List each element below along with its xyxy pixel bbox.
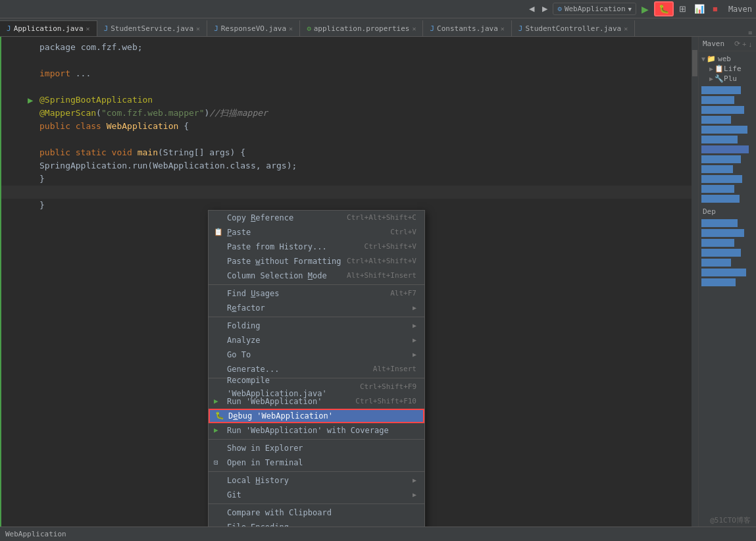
separator <box>209 471 424 472</box>
editor-line <box>0 133 698 146</box>
close-tab-icon[interactable]: ✕ <box>196 25 200 32</box>
maven-deps-list: Dep <box>699 84 756 289</box>
code-editor[interactable]: package com.fzf.web; import ... <box>0 37 698 527</box>
run-config-label: WebApplication <box>565 5 626 13</box>
stop-button[interactable]: ■ <box>710 3 720 15</box>
back-button[interactable]: ◀ <box>526 3 537 14</box>
menu-local-history[interactable]: Local History ▶ <box>209 473 424 488</box>
tab-student-service[interactable]: J StudentService.java ✕ <box>97 20 208 36</box>
menu-paste[interactable]: 📋 Paste Ctrl+V <box>209 225 424 240</box>
menu-copy-reference[interactable]: Copy Reference Ctrl+Alt+Shift+C <box>209 211 424 225</box>
bar-fill <box>701 126 747 134</box>
submenu-arrow: ▶ <box>413 319 416 332</box>
bar-fill <box>701 249 741 257</box>
status-text: WebApplication <box>5 530 66 538</box>
bar-fill <box>701 195 740 203</box>
menu-paste-no-format[interactable]: Paste without Formatting Ctrl+Alt+Shift+… <box>209 254 424 269</box>
close-tab-icon[interactable]: ✕ <box>289 25 293 32</box>
menu-folding[interactable]: Folding ▶ <box>209 319 424 333</box>
maven-refresh-button[interactable]: ⟳ <box>734 39 740 48</box>
bar-item <box>701 116 753 124</box>
menu-paste-history[interactable]: Paste from History... Ctrl+Shift+V <box>209 240 424 254</box>
maven-tree: ▼ 📁 web ▶ 📋 Life ▶ 🔧 Plu <box>699 51 756 527</box>
menu-compare-clipboard[interactable]: Compare with Clipboard <box>209 505 424 520</box>
maven-download-button[interactable]: ↓ <box>749 39 753 48</box>
run-button[interactable]: ▶ <box>639 3 651 16</box>
tab-application-java[interactable]: J Application.java ✕ <box>0 20 97 36</box>
dep-label: Dep <box>701 205 753 217</box>
menu-debug[interactable]: 🐛 Debug 'WebApplication' <box>209 409 424 423</box>
editor-line: @MapperScan("com.fzf.web.mapper")//扫描map… <box>0 107 698 120</box>
run-config-icon: ⚙ <box>557 5 562 13</box>
menu-recompile[interactable]: Recompile 'WebApplication.java' Ctrl+Shi… <box>209 380 424 394</box>
submenu-arrow: ▶ <box>413 348 416 361</box>
bar-item <box>701 269 753 276</box>
menu-goto[interactable]: Go To ▶ <box>209 348 424 362</box>
bar-item-active <box>701 145 753 153</box>
java-file-icon: J <box>104 24 109 33</box>
menu-run[interactable]: ▶ Run 'WebApplication' Ctrl+Shift+F10 <box>209 394 424 409</box>
menu-show-explorer[interactable]: Show in Explorer <box>209 441 424 455</box>
bar-fill <box>701 136 738 143</box>
editor-line <box>0 186 698 199</box>
bar-item <box>701 249 753 257</box>
profile-button[interactable]: 📊 <box>692 3 707 15</box>
close-tab-icon[interactable]: ✕ <box>86 25 90 32</box>
maven-node-web[interactable]: ▼ 📁 web <box>699 54 756 64</box>
bar-item <box>701 195 753 203</box>
close-tab-icon[interactable]: ✕ <box>501 25 505 32</box>
menu-find-usages[interactable]: Find Usages Alt+F7 <box>209 286 424 301</box>
editor-line: ▶ @SpringBootApplication <box>0 93 698 107</box>
bar-item <box>701 165 753 173</box>
bar-fill <box>701 259 731 267</box>
tab-bar: J Application.java ✕ J StudentService.ja… <box>0 18 756 37</box>
debug-button[interactable]: 🐛 <box>654 1 674 16</box>
maven-add-button[interactable]: + <box>742 39 746 48</box>
maven-label: Maven <box>728 5 752 14</box>
menu-analyze[interactable]: Analyze ▶ <box>209 333 424 348</box>
java-file-icon: J <box>214 24 218 33</box>
submenu-arrow: ▶ <box>413 334 416 347</box>
run-icon: ▶ <box>214 395 218 408</box>
menu-column-mode[interactable]: Column Selection Mode Alt+Shift+Insert <box>209 269 424 283</box>
editor-scrollbar[interactable] <box>692 37 698 527</box>
tab-overflow-icon[interactable]: ≡ <box>744 29 756 36</box>
menu-git[interactable]: Git ▶ <box>209 488 424 502</box>
submenu-arrow: ▶ <box>413 301 416 315</box>
run-config-selector[interactable]: ⚙ WebApplication ▼ <box>553 3 636 15</box>
tab-application-properties[interactable]: ⚙ application.properties ✕ <box>300 20 423 36</box>
bar-fill <box>701 185 734 193</box>
maven-node-lifecycle[interactable]: ▶ 📋 Life <box>699 64 756 74</box>
maven-panel-header: Maven ⟳ + ↓ <box>699 37 756 51</box>
expand-icon: ▶ <box>709 65 713 72</box>
forward-button[interactable]: ▶ <box>540 3 550 14</box>
editor-line: public class WebApplication { <box>0 120 698 133</box>
coverage-icon: ▶ <box>214 424 218 437</box>
bar-item <box>701 185 753 193</box>
bar-fill <box>701 175 742 183</box>
chevron-down-icon: ▼ <box>628 6 632 13</box>
close-tab-icon[interactable]: ✕ <box>624 25 628 32</box>
bar-fill <box>701 145 749 153</box>
terminal-icon: ⊡ <box>214 456 218 469</box>
menu-refactor[interactable]: Refactor ▶ <box>209 301 424 315</box>
bar-item <box>701 239 753 247</box>
close-tab-icon[interactable]: ✕ <box>412 25 416 32</box>
bar-item <box>701 175 753 183</box>
menu-file-encoding[interactable]: File Encoding <box>209 520 424 527</box>
coverage-button[interactable]: ⊞ <box>676 3 689 15</box>
submenu-arrow: ▶ <box>413 488 416 502</box>
tab-constants[interactable]: J Constants.java ✕ <box>423 20 511 36</box>
bar-item <box>701 126 753 134</box>
java-file-icon: J <box>430 24 434 33</box>
separator <box>209 317 424 317</box>
scrollbar-thumb[interactable] <box>692 50 697 76</box>
menu-open-terminal[interactable]: ⊡ Open in Terminal <box>209 455 424 470</box>
maven-node-plugins[interactable]: ▶ 🔧 Plu <box>699 74 756 84</box>
tab-response-vo[interactable]: J ResponseVO.java ✕ <box>207 20 300 36</box>
menu-run-coverage[interactable]: ▶ Run 'WebApplication' with Coverage <box>209 423 424 438</box>
tab-student-controller[interactable]: J StudentController.java ✕ <box>512 20 635 36</box>
toolbar: ◀ ▶ ⚙ WebApplication ▼ ▶ 🐛 ⊞ 📊 ■ Maven <box>0 0 756 18</box>
editor-line <box>0 80 698 93</box>
java-file-icon: J <box>518 24 523 33</box>
